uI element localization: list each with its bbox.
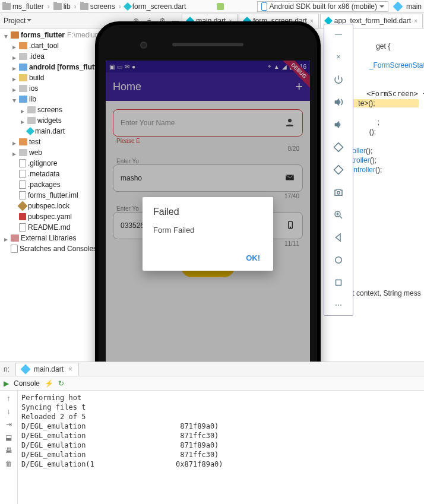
trash-icon[interactable]: 🗑	[5, 459, 12, 468]
tree-twisty[interactable]	[11, 192, 17, 198]
emulator-minimize-icon[interactable]: —	[332, 28, 345, 41]
up-icon[interactable]: ↑	[7, 394, 11, 402]
tree-label: .dart_tool	[29, 42, 59, 50]
rotate-left-icon[interactable]	[332, 141, 345, 154]
tree-label: ios	[29, 84, 38, 93]
tree-twisty[interactable]: ▾	[3, 32, 9, 38]
file-icon	[11, 234, 19, 242]
hot-reload-icon[interactable]: ⚡	[45, 379, 53, 388]
file-icon	[27, 117, 36, 124]
more-icon[interactable]: ⋯	[332, 299, 345, 312]
camera-icon[interactable]	[332, 186, 345, 199]
tree-label: .packages	[28, 180, 61, 189]
file-icon	[19, 96, 27, 103]
back-nav-icon[interactable]	[332, 231, 345, 244]
file-icon	[19, 138, 27, 145]
tree-label: forms_flutterF:\medium	[21, 31, 101, 39]
tree-twisty[interactable]: ▸	[11, 150, 17, 156]
tree-twisty[interactable]: ▸	[20, 107, 26, 113]
file-icon	[19, 85, 27, 92]
volume-down-icon[interactable]	[332, 118, 345, 131]
tree-twisty[interactable]	[11, 203, 17, 209]
tree-label: web	[29, 148, 42, 157]
run-panel-label: n:	[0, 365, 13, 373]
tree-label: main.dart	[35, 127, 65, 135]
file-icon	[19, 223, 26, 232]
tree-twisty[interactable]: ▸	[11, 53, 17, 59]
file-icon	[19, 159, 26, 167]
tree-twisty[interactable]	[20, 128, 26, 134]
svg-rect-1	[334, 166, 343, 175]
phone-icon	[261, 2, 267, 11]
tree-label: widgets	[37, 116, 62, 125]
tree-twisty[interactable]	[3, 246, 9, 252]
file-icon	[19, 42, 27, 49]
tree-twisty[interactable]: ▾	[11, 96, 17, 102]
tree-twisty[interactable]: ▸	[11, 64, 17, 70]
svg-point-2	[337, 192, 340, 195]
camera-dot	[140, 42, 147, 49]
crumb-screens[interactable]: screens	[80, 2, 115, 11]
android-icon	[217, 3, 224, 10]
tree-label: screens	[37, 106, 62, 114]
tree-twisty[interactable]	[11, 182, 17, 188]
run-panel: n: main.dart × ▶ Console ⚡ ↻ ↑ ↓ ⇥ ⬓ 🖶 🗑…	[0, 362, 424, 504]
file-icon	[11, 245, 18, 253]
zoom-icon[interactable]	[332, 208, 345, 221]
tree-twisty[interactable]	[11, 224, 17, 230]
flutter-icon	[393, 1, 403, 11]
emulator-close-icon[interactable]: ×	[332, 50, 345, 64]
tree-twisty[interactable]: ▸	[11, 43, 17, 49]
emulator-toolbar: — × ⋯	[324, 24, 353, 316]
wrap-icon[interactable]: ⇥	[6, 420, 12, 429]
device-selector[interactable]: Android SDK built for x86 (mobile)	[257, 1, 388, 12]
close-icon[interactable]: ×	[414, 18, 417, 24]
console-output[interactable]: Performing hot Syncing files t Reloaded …	[18, 391, 424, 504]
crumb-file[interactable]: form_screen.dart	[125, 2, 186, 11]
volume-up-icon[interactable]	[332, 96, 345, 109]
crumb-lib[interactable]: lib	[53, 2, 71, 11]
run-play-icon[interactable]: ▶	[4, 379, 9, 388]
file-icon	[19, 180, 26, 189]
close-icon[interactable]: ×	[68, 365, 72, 373]
crumb-project[interactable]: ms_flutter	[2, 2, 44, 11]
project-view-selector[interactable]: Project	[0, 14, 34, 28]
home-nav-icon[interactable]	[332, 253, 345, 267]
tree-twisty[interactable]	[11, 160, 17, 166]
dialog-title: Failed	[153, 207, 262, 217]
svg-rect-0	[334, 143, 343, 152]
hot-restart-icon[interactable]: ↻	[58, 379, 64, 388]
print-icon[interactable]: 🖶	[5, 446, 12, 455]
tree-twisty[interactable]: ▸	[11, 139, 17, 145]
tree-label: pubspec.yaml	[28, 213, 72, 221]
run-config-file[interactable]: main	[394, 2, 422, 11]
tree-label: External Libraries	[21, 234, 76, 242]
tree-label: .idea	[29, 52, 45, 61]
overview-nav-icon[interactable]	[332, 276, 345, 289]
dialog-ok-button[interactable]: OK!	[153, 249, 262, 267]
rotate-right-icon[interactable]	[332, 163, 345, 176]
alert-dialog: Failed Form Failed OK!	[143, 197, 273, 271]
file-icon	[26, 127, 34, 135]
scroll-icon[interactable]: ⬓	[5, 433, 12, 442]
tree-label: README.md	[28, 223, 70, 232]
flutter-icon	[21, 364, 31, 375]
power-icon[interactable]	[332, 73, 345, 86]
file-icon	[19, 64, 27, 71]
file-icon	[19, 149, 27, 156]
file-icon	[11, 31, 19, 39]
down-icon[interactable]: ↓	[7, 407, 11, 416]
close-icon[interactable]: ×	[310, 18, 314, 24]
tree-twisty[interactable]	[11, 214, 17, 220]
tree-twisty[interactable]: ▸	[11, 75, 17, 81]
tree-twisty[interactable]: ▸	[3, 235, 9, 241]
tree-twisty[interactable]: ▸	[11, 85, 17, 91]
file-icon	[19, 74, 27, 81]
tree-label: pubspec.lock	[28, 202, 69, 210]
tree-twisty[interactable]: ▸	[20, 118, 26, 123]
dialog-message: Form Failed	[153, 226, 262, 234]
tree-label: Scratches and Consoles	[20, 245, 97, 253]
run-tab-main[interactable]: main.dart ×	[15, 363, 79, 376]
file-icon	[19, 191, 26, 199]
tree-twisty[interactable]	[11, 171, 17, 177]
